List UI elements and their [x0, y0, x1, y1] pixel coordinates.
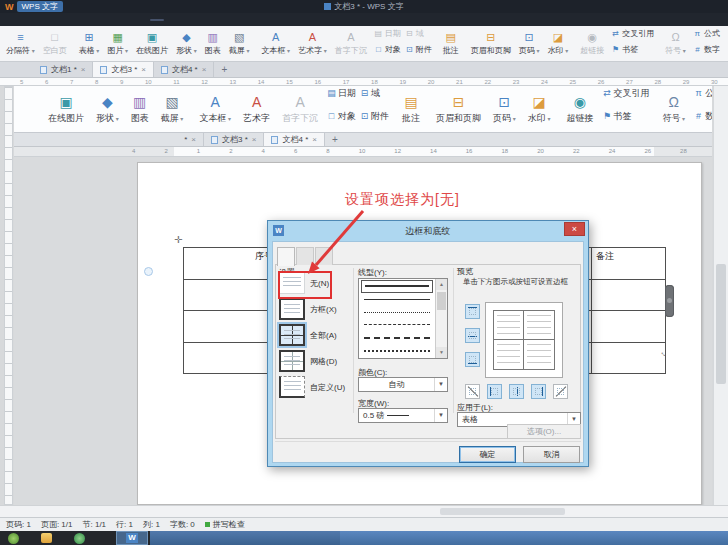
border-grid-option[interactable]: 网格(D) — [279, 350, 345, 372]
chevron-down-icon[interactable]: ▼ — [434, 409, 447, 422]
menu-tab-section[interactable] — [102, 19, 116, 21]
inside-horizontal-toggle[interactable] — [465, 328, 480, 343]
document-tab-bar: 文档1 * × 文档3 * × 文档4 * × + — [0, 62, 728, 78]
close-tab-icon[interactable]: × — [202, 65, 207, 74]
menu-tab-references[interactable] — [54, 19, 68, 21]
object-button[interactable]: □对象 — [374, 44, 401, 56]
cancel-button[interactable]: 取消 — [523, 446, 580, 463]
button-icon: ◉ — [574, 94, 586, 111]
scrollbar-thumb[interactable] — [440, 508, 565, 515]
close-tab-icon[interactable]: × — [141, 65, 146, 74]
right-border-toggle[interactable] — [531, 384, 546, 399]
preview-box[interactable] — [485, 302, 563, 378]
ruler-number: 5 — [20, 78, 23, 86]
folder-icon[interactable] — [41, 533, 52, 543]
button-icon: ▥ — [208, 31, 218, 44]
formula-button[interactable]: π公式 — [693, 27, 720, 39]
ruler-number: 8 — [326, 147, 329, 156]
diagonal-up-toggle[interactable] — [553, 384, 568, 399]
border-box-option[interactable]: 方框(X) — [279, 298, 345, 320]
line-style-solid[interactable] — [361, 293, 433, 306]
scroll-handle[interactable] — [665, 285, 674, 317]
menu-tab-insert[interactable] — [22, 19, 36, 21]
chart-button[interactable]: ▥图表 — [201, 27, 225, 60]
ruler-number: 1 — [197, 147, 200, 156]
close-tab-icon[interactable]: × — [81, 65, 86, 74]
doc-tab-1[interactable]: 文档1 * × — [33, 62, 93, 77]
listbox-scrollbar[interactable]: ▲ ▼ — [435, 279, 447, 358]
online-picture-button[interactable]: ▣在线图片 — [132, 27, 172, 60]
bottom-border-toggle[interactable] — [465, 352, 480, 367]
color-select[interactable]: 自动 ▼ — [358, 377, 448, 392]
inside-vertical-toggle[interactable] — [509, 384, 524, 399]
new-tab-button[interactable]: + — [214, 62, 234, 77]
menu-tab-review[interactable] — [70, 19, 84, 21]
menu-tab-view[interactable] — [86, 19, 100, 21]
comment-button[interactable]: ▤批注 — [439, 27, 463, 60]
table-move-handle[interactable]: ✛ — [174, 235, 182, 245]
menu-tab-page-layout[interactable] — [38, 19, 52, 21]
hyperlink-button[interactable]: ◉超链接 — [576, 27, 608, 60]
menu-tab-dev-tools[interactable] — [118, 19, 132, 21]
doc-tab-3[interactable]: 文档3 * × — [93, 62, 153, 77]
button-icon: ▣ — [147, 31, 157, 44]
doc-tab-4[interactable]: 文档4 * × — [154, 62, 214, 77]
ruler-number: 2 — [164, 147, 167, 156]
date-button[interactable]: ▤日期 — [374, 27, 401, 39]
line-style-dash-dot[interactable] — [361, 331, 433, 344]
line-style-fine-dashed[interactable] — [361, 306, 433, 319]
scroll-down-icon[interactable]: ▼ — [436, 347, 447, 358]
scrollbar-thumb[interactable] — [716, 264, 726, 384]
picture-button[interactable]: ▦图片 — [103, 27, 132, 60]
page-break-button[interactable]: ≡分隔符 — [2, 27, 39, 60]
number-button[interactable]: #数字 — [693, 44, 720, 56]
chevron-down-icon[interactable]: ▼ — [434, 378, 447, 391]
ruler-number: 27 — [626, 78, 633, 86]
ok-button[interactable]: 确定 — [459, 446, 516, 463]
watermark-button[interactable]: ◪水印 — [544, 27, 573, 60]
shapes-button[interactable]: ◆形状 — [172, 27, 201, 60]
header-footer-button[interactable]: ⊟页眉和页脚 — [467, 27, 515, 60]
drop-cap-button[interactable]: A首字下沉 — [331, 27, 371, 60]
button-icon: ▧ — [165, 94, 178, 111]
border-custom-option[interactable]: 自定义(U) — [279, 376, 345, 398]
wps-taskbar-icon[interactable]: W — [116, 531, 148, 545]
diagonal-down-toggle[interactable] — [465, 384, 480, 399]
table-button[interactable]: ⊞表格 — [75, 27, 104, 60]
screenshot-button[interactable]: ▧截屏 — [225, 27, 254, 60]
border-all-option[interactable]: 全部(A) — [279, 324, 345, 346]
left-border-toggle[interactable] — [487, 384, 502, 399]
top-border-toggle[interactable] — [465, 304, 480, 319]
textbox-button[interactable]: A文本框 — [257, 27, 294, 60]
start-icon[interactable] — [8, 533, 19, 544]
button-icon: ◉ — [587, 31, 597, 44]
dialog-tab-borders[interactable] — [277, 247, 295, 266]
blank-page-button[interactable]: □空白页 — [39, 27, 71, 60]
line-style-solid-selected[interactable] — [361, 280, 433, 293]
ruler-number: 12 — [201, 78, 208, 86]
close-icon[interactable]: × — [564, 222, 585, 236]
wordart-button[interactable]: A艺术字 — [294, 27, 331, 60]
horizontal-scrollbar[interactable] — [0, 505, 728, 517]
scroll-up-icon[interactable]: ▲ — [436, 279, 447, 290]
scrollbar-thumb[interactable] — [437, 292, 446, 310]
app-name-chip[interactable]: WPS 文字 — [17, 1, 63, 12]
menu-tab-special-features[interactable] — [134, 19, 148, 21]
line-style-dashed[interactable] — [361, 319, 433, 332]
page-number-button[interactable]: ⊡页码 — [515, 27, 544, 60]
menu-tab-home[interactable] — [6, 19, 20, 21]
field-button[interactable]: ⊟域 — [405, 27, 432, 39]
bookmark-button[interactable]: ⚑书签 — [611, 44, 654, 56]
ruler-number: 14 — [258, 78, 265, 86]
browser-icon[interactable] — [74, 533, 85, 544]
header-footer-button: ⊟页眉和页脚 — [430, 86, 487, 132]
width-select: 0.5 磅 ▼ — [358, 408, 448, 423]
cross-reference-button[interactable]: ⇄交叉引用 — [611, 27, 654, 39]
attachment-button[interactable]: ⊡附件 — [405, 44, 432, 56]
spellcheck-status[interactable]: 拼写检查 — [205, 519, 245, 530]
taskbar-window-segment[interactable] — [150, 531, 340, 545]
symbol-button[interactable]: Ω符号 — [661, 27, 690, 60]
menu-tab-picture-tools[interactable] — [150, 19, 164, 21]
vertical-scrollbar[interactable] — [713, 86, 728, 505]
line-style-dotted[interactable] — [361, 344, 433, 357]
